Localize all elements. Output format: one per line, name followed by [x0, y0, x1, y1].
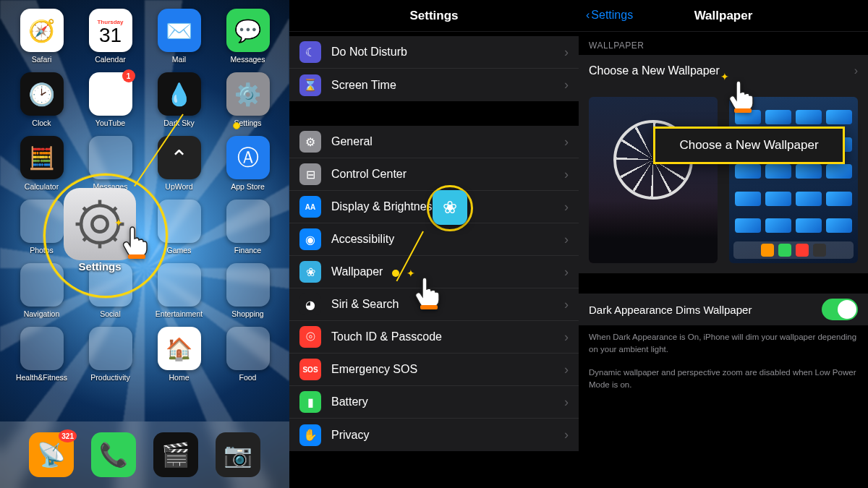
app-youtube[interactable]: ▶1YouTube	[79, 72, 142, 127]
app-games[interactable]: Games	[148, 200, 210, 254]
back-button[interactable]: ‹ Settings	[586, 9, 633, 22]
chevron-right-icon: ›	[564, 265, 569, 280]
appstore-icon: Ⓐ	[226, 136, 270, 179]
row-icon: ◉	[299, 228, 321, 250]
chevron-right-icon: ›	[564, 330, 569, 345]
settings-app-label: Settings	[64, 260, 136, 273]
chevron-right-icon: ›	[564, 395, 569, 410]
chevron-right-icon: ›	[564, 427, 569, 442]
app-shopping[interactable]: Shopping	[216, 263, 279, 318]
settings-row-screen-time[interactable]: ⌛Screen Time›	[289, 69, 579, 101]
folder-icon	[20, 327, 64, 370]
navbar-title: Wallpaper	[694, 9, 753, 23]
chevron-right-icon: ›	[564, 232, 569, 247]
app-label: Entertainment	[156, 309, 203, 318]
app-label: Messages	[231, 55, 265, 64]
wallpaper-previews	[579, 87, 868, 273]
app-home[interactable]: 🏠Home	[148, 327, 210, 382]
app-settings[interactable]: ⚙️Settings	[216, 72, 279, 127]
folder-icon	[158, 200, 201, 243]
app-label: Shopping	[231, 309, 263, 318]
settings-row-do-not-disturb[interactable]: ☾Do Not Disturb›	[289, 36, 579, 69]
dock: 📡321📞🎬📷	[0, 421, 289, 488]
svg-rect-12	[734, 108, 752, 113]
folder-icon	[20, 263, 64, 307]
settings-list-panel: Settings ☾Do Not Disturb›⌛Screen Time› ⚙…	[289, 0, 579, 488]
settings-row-touch-id-passcode[interactable]: ⦾Touch ID & Passcode›	[289, 321, 579, 354]
app-label: App Store	[231, 182, 265, 191]
app-safari[interactable]: 🧭Safari	[10, 9, 73, 64]
folder-icon	[20, 200, 64, 243]
row-icon: ❀	[299, 261, 321, 283]
wallpaper-icon: ❀	[433, 190, 467, 225]
chevron-right-icon: ›	[564, 45, 569, 60]
app-clock[interactable]: 🕑Clock	[10, 72, 73, 127]
settings-row-accessibility[interactable]: ◉Accessibility›	[289, 223, 579, 256]
app-label: Finance	[234, 246, 261, 254]
app-calculator[interactable]: 🧮Calculator	[10, 136, 73, 191]
settings-row-emergency-sos[interactable]: SOSEmergency SOS›	[289, 354, 579, 386]
calc-icon: 🧮	[20, 136, 64, 179]
row-label: Screen Time	[331, 79, 396, 92]
settings-icon: ⚙️	[226, 72, 270, 116]
settings-row-privacy[interactable]: ✋Privacy›	[289, 419, 579, 451]
app-label: Clock	[32, 119, 51, 127]
app-label: YouTube	[95, 119, 125, 127]
folder-icon	[89, 136, 132, 179]
app-entertainment[interactable]: Entertainment	[148, 263, 210, 318]
calendar-icon: Thursday31	[89, 9, 132, 52]
app-upword[interactable]: ⌃UpWord	[148, 136, 210, 191]
lock-screen-preview[interactable]	[589, 97, 718, 263]
row-label: Battery	[331, 395, 368, 408]
app-food[interactable]: Food	[216, 327, 279, 382]
messages-icon: 💬	[226, 9, 270, 52]
row-label: Control Center	[331, 168, 407, 181]
app-calendar[interactable]: Thursday31Calendar	[79, 9, 142, 64]
navbar: Settings	[289, 0, 579, 32]
app-label: Mail	[172, 55, 186, 64]
callout-dot	[233, 122, 240, 129]
overcast-icon[interactable]: 📡321	[29, 432, 74, 477]
settings-row-battery[interactable]: ▮Battery›	[289, 386, 579, 419]
chevron-right-icon: ›	[564, 362, 569, 377]
row-icon: ✋	[299, 424, 321, 446]
movie-icon[interactable]: 🎬	[153, 432, 198, 477]
app-label: Safari	[32, 55, 51, 64]
row-label: Touch ID & Passcode	[331, 330, 442, 343]
app-mail[interactable]: ✉️Mail	[148, 9, 210, 64]
app-messages[interactable]: 💬Messages	[216, 9, 279, 64]
chevron-right-icon: ›	[564, 134, 569, 150]
chevron-right-icon: ›	[564, 200, 569, 215]
choose-wallpaper-callout: Choose a New Wallpaper	[653, 127, 845, 164]
chevron-right-icon: ›	[854, 64, 858, 77]
row-icon: ⦾	[299, 326, 321, 348]
row-label: Display & Brightness	[331, 200, 438, 213]
app-label: Games	[167, 246, 192, 254]
switch-label: Dark Appearance Dims Wallpaper	[589, 304, 752, 316]
camera-icon[interactable]: 📷	[216, 432, 260, 477]
settings-row-general[interactable]: ⚙General›	[289, 126, 579, 158]
phone-icon[interactable]: 📞	[91, 432, 136, 477]
app-productivity[interactable]: Productivity	[79, 327, 142, 382]
row-icon: ⊟	[299, 163, 321, 185]
app-messages[interactable]: Messages	[79, 136, 142, 191]
dark-dims-wallpaper-row[interactable]: Dark Appearance Dims Wallpaper	[579, 294, 868, 325]
home-icon: 🏠	[158, 327, 201, 370]
toggle-switch[interactable]	[822, 299, 858, 320]
navbar: ‹ Settings Wallpaper	[579, 0, 868, 32]
home-screen-preview[interactable]	[729, 97, 858, 263]
choose-label: Choose a New Wallpaper	[589, 64, 720, 77]
app-finance[interactable]: Finance	[216, 200, 279, 254]
app-label: Navigation	[24, 309, 60, 318]
svg-rect-11	[420, 305, 438, 309]
app-app-store[interactable]: ⒶApp Store	[216, 136, 279, 191]
settings-row-control-center[interactable]: ⊟Control Center›	[289, 158, 579, 191]
row-icon: SOS	[299, 359, 321, 380]
tap-pointer-icon: ✦	[122, 224, 152, 260]
app-health-fitness[interactable]: Health&Fitness	[10, 327, 73, 382]
app-label: Photos	[30, 246, 54, 254]
row-label: Do Not Disturb	[331, 46, 407, 59]
row-label: Siri & Search	[331, 298, 399, 311]
footer-text-1: When Dark Appearance is On, iPhone will …	[579, 325, 868, 361]
row-icon: ◕	[299, 294, 321, 315]
